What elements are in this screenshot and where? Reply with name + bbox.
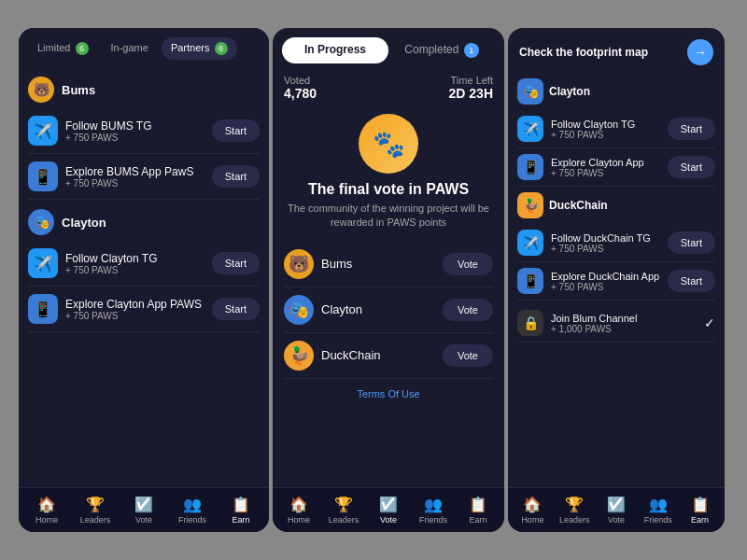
nav-earn-mid[interactable]: 📋 Earn: [459, 496, 497, 525]
duckchain-candidate-icon: 🦆: [284, 341, 314, 371]
bums-candidate-icon: 🐻: [284, 249, 314, 279]
tab-in-progress[interactable]: In Progress: [282, 37, 388, 63]
task-follow-bums-tg: ✈️ Follow BUMS TG + 750 PAWS Start: [28, 108, 260, 154]
right-task-explore-duckchain-app: 📱 Explore DuckChain App + 750 PAWS Start: [517, 262, 715, 301]
vote-bums-btn[interactable]: Vote: [443, 253, 493, 275]
task-explore-bums-app: 📱 Explore BUMS App PawS + 750 PAWS Start: [28, 154, 260, 200]
right-content: 🎭 Clayton ✈️ Follow Clayton TG + 750 PAW…: [508, 73, 725, 487]
nav-leaders-right[interactable]: 🏆 Leaders: [556, 496, 593, 525]
left-bottom-nav: 🏠 Home 🏆 Leaders ☑️ Vote 👥 Friends 📋 Ear…: [19, 487, 269, 532]
vote-subtitle: The community of the winning project wil…: [284, 202, 493, 231]
section-clayton: 🎭 Clayton: [28, 200, 260, 241]
left-section-content: 🐻 Bums ✈️ Follow BUMS TG + 750 PAWS Star…: [19, 67, 269, 487]
vote-stats: Voted 4,780 Time Left 2D 23H: [284, 71, 493, 108]
tab-ingame[interactable]: In-game: [102, 37, 158, 60]
task-follow-clayton-tg: ✈️ Follow Clayton TG + 750 PAWS Start: [28, 241, 260, 287]
right-telegram-icon: ✈️: [517, 116, 543, 142]
checkmark-icon: ✓: [704, 315, 715, 330]
vote-duckchain-btn[interactable]: Vote: [443, 344, 493, 367]
right-start-follow-clayton-tg[interactable]: Start: [668, 118, 715, 140]
right-task-explore-clayton-app: 📱 Explore Clayton App + 750 PAWS Start: [517, 148, 715, 187]
vote-circle-container: 🐾: [284, 114, 493, 174]
vote-title: The final vote in PAWS: [284, 181, 493, 198]
left-tab-bar: Limited 6 In-game Partners 8: [19, 28, 269, 67]
right-start-follow-duckchain-tg[interactable]: Start: [668, 231, 715, 254]
task-explore-clayton-app: 📱 Explore Clayton App PAWS + 750 PAWS St…: [28, 287, 260, 332]
nav-home-left[interactable]: 🏠 Home: [28, 496, 65, 525]
middle-bottom-nav: 🏠 Home 🏆 Leaders ☑️ Vote 👥 Friends 📋 Ear…: [273, 487, 504, 532]
clayton-candidate-icon: 🎭: [284, 295, 314, 325]
right-bottom-nav: 🏠 Home 🏆 Leaders ☑️ Vote 👥 Friends 📋 Ear…: [508, 487, 725, 532]
vote-tab-bar: In Progress Completed 1: [273, 28, 504, 71]
right-task-follow-duckchain-tg: ✈️ Follow DuckChain TG + 750 PAWS Start: [517, 224, 715, 262]
nav-friends-right[interactable]: 👥 Friends: [640, 496, 677, 525]
bums-icon: 🐻: [28, 77, 54, 103]
start-follow-clayton-tg[interactable]: Start: [212, 252, 260, 274]
tab-completed[interactable]: Completed 1: [388, 37, 495, 63]
nav-friends-mid[interactable]: 👥 Friends: [415, 496, 452, 525]
vote-clayton-btn[interactable]: Vote: [443, 299, 493, 321]
telegram-icon: ✈️: [28, 116, 58, 146]
nav-home-right[interactable]: 🏠 Home: [514, 496, 551, 525]
nav-vote-right[interactable]: ☑️ Vote: [598, 496, 635, 525]
right-app-icon-2: 📱: [517, 268, 543, 294]
app-icon-2: 📱: [28, 294, 58, 324]
right-telegram-icon-2: ✈️: [517, 230, 543, 256]
start-explore-clayton-app[interactable]: Start: [212, 298, 260, 320]
right-task-follow-clayton-tg: ✈️ Follow Clayton TG + 750 PAWS Start: [517, 110, 715, 148]
vote-content: Voted 4,780 Time Left 2D 23H 🐾 The final…: [273, 71, 504, 487]
tab-limited[interactable]: Limited 6: [28, 37, 98, 60]
candidate-clayton: 🎭 Clayton Vote: [284, 287, 493, 333]
section-bums: 🐻 Bums: [28, 67, 260, 108]
candidate-bums: 🐻 Bums Vote: [284, 242, 493, 287]
footprint-arrow-btn[interactable]: →: [687, 39, 713, 65]
right-panel: Check the footprint map → 🎭 Clayton ✈️ F…: [508, 28, 725, 532]
right-header: Check the footprint map →: [508, 28, 725, 73]
nav-earn-left[interactable]: 📋 Earn: [222, 496, 260, 525]
right-app-icon: 📱: [517, 154, 543, 180]
vote-circle: 🐾: [359, 114, 418, 174]
right-duckchain-icon: 🦆: [517, 192, 543, 218]
right-start-explore-duckchain-app[interactable]: Start: [668, 270, 715, 292]
right-section-duckchain: 🦆 DuckChain: [517, 187, 715, 224]
nav-leaders-left[interactable]: 🏆 Leaders: [77, 496, 114, 525]
right-task-join-blum: 🔒 Join Blum Channel + 1,000 PAWS ✓: [517, 304, 715, 343]
app-icon: 📱: [28, 161, 58, 191]
terms-link[interactable]: Terms Of Use: [284, 379, 493, 409]
nav-home-mid[interactable]: 🏠 Home: [280, 496, 317, 525]
nav-vote-left[interactable]: ☑️ Vote: [125, 496, 162, 525]
start-explore-bums-app[interactable]: Start: [212, 165, 260, 188]
right-section-clayton: 🎭 Clayton: [517, 73, 715, 110]
nav-vote-mid[interactable]: ☑️ Vote: [370, 496, 407, 525]
right-start-explore-clayton-app[interactable]: Start: [668, 156, 715, 178]
telegram-icon-2: ✈️: [28, 248, 58, 278]
right-blum-icon: 🔒: [517, 310, 543, 336]
start-follow-bums-tg[interactable]: Start: [212, 119, 260, 142]
left-panel: Limited 6 In-game Partners 8 🐻 Bums ✈️ F…: [19, 28, 269, 532]
clayton-icon: 🎭: [28, 209, 54, 235]
nav-friends-left[interactable]: 👥 Friends: [174, 496, 211, 525]
middle-panel: In Progress Completed 1 Voted 4,780 Time…: [273, 28, 504, 532]
nav-earn-right[interactable]: 📋 Earn: [682, 496, 719, 525]
nav-leaders-mid[interactable]: 🏆 Leaders: [325, 496, 362, 525]
right-clayton-icon: 🎭: [517, 78, 543, 105]
candidate-duckchain: 🦆 DuckChain Vote: [284, 333, 493, 379]
tab-partners[interactable]: Partners 8: [162, 37, 237, 60]
